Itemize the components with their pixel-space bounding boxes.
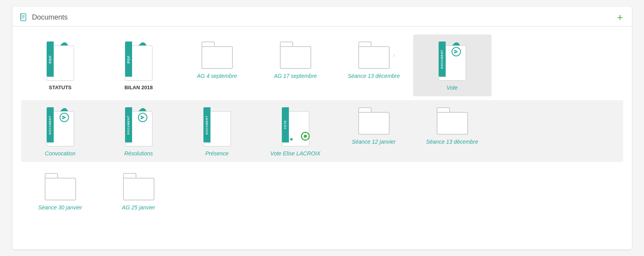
- document-item-bilan[interactable]: PDF ☁ BILAN 2018: [100, 34, 178, 96]
- chevron-right-icon: ›: [393, 52, 395, 58]
- sound-icon: ◂: [289, 135, 292, 142]
- document-icon-presence: DOCUMENT: [201, 107, 233, 146]
- doc-spine-text: DOCUMENT: [205, 115, 208, 134]
- doc-spine-text: DOCUMENT: [127, 115, 130, 134]
- svg-point-6: [304, 135, 307, 138]
- panel-header: Documents +: [13, 7, 632, 27]
- cloud-icon: ☁: [138, 103, 147, 114]
- folder-body: [437, 112, 468, 135]
- vote-icon-elise: VOTE ◂: [280, 107, 311, 146]
- document-item-ag17sept[interactable]: AG 17 septembre: [256, 34, 335, 96]
- cloud-icon: ☁: [452, 38, 460, 48]
- document-item-seance13dec1[interactable]: › Séance 13 décembre: [335, 34, 413, 96]
- cloud-icon: ☁: [60, 38, 68, 48]
- folder-body: [280, 46, 311, 69]
- document-item-statuts[interactable]: PDF ☁ STATUTS: [21, 34, 100, 96]
- doc-spine: DOCUMENT: [439, 41, 446, 77]
- document-label-statuts: STATUTS: [49, 85, 71, 90]
- cloud-icon: ☁: [60, 103, 68, 114]
- document-label-resolutions: Résolutions: [124, 150, 153, 157]
- document-icon-vote: DOCUMENT ☁: [437, 41, 468, 81]
- document-label-vote-elise: Vote Elise LACROIX: [270, 150, 321, 157]
- doc-spine: DOCUMENT: [125, 107, 132, 142]
- document-label-bilan: BILAN 2018: [124, 85, 152, 90]
- doc-spine-text: DOCUMENT: [441, 50, 443, 69]
- folder-icon-ag4sept: [201, 41, 233, 69]
- vote-spine-text: VOTE: [284, 120, 287, 129]
- pdf-icon-bilan: PDF ☁: [123, 41, 154, 81]
- gear-icon: [299, 130, 311, 145]
- document-item-convocation[interactable]: DOCUMENT ☁ Convocation: [21, 100, 100, 162]
- document-label-ag25jan: AG 25 janvier: [122, 204, 155, 211]
- documents-grid: PDF ☁ STATUTS PDF ☁ BILAN 2018: [13, 27, 632, 220]
- document-label-vote: Vote: [446, 85, 457, 91]
- folder-icon-seance13dec2: [437, 107, 468, 135]
- document-label-seance12jan: Séance 12 janvier: [352, 139, 395, 145]
- folder-body: [45, 178, 76, 200]
- document-label-seance13dec2: Séance 13 décembre: [426, 139, 478, 145]
- doc-spine: DOCUMENT: [47, 107, 54, 142]
- document-item-seance12jan[interactable]: Séance 12 janvier: [335, 100, 413, 162]
- add-document-button[interactable]: +: [617, 12, 623, 22]
- document-row-1: PDF ☁ STATUTS PDF ☁ BILAN 2018: [21, 34, 623, 96]
- pdf-icon-statuts: PDF ☁: [45, 41, 76, 81]
- document-item-vote-elise[interactable]: VOTE ◂: [256, 100, 335, 162]
- pdf-tab-text: PDF: [48, 55, 52, 63]
- panel-title: Documents: [32, 13, 68, 22]
- document-label-ag17sept: AG 17 septembre: [274, 73, 317, 79]
- document-label-ag4sept: AG 4 septembre: [197, 73, 237, 79]
- document-item-vote[interactable]: DOCUMENT ☁ Vote: [413, 34, 492, 96]
- paper-plane-icon: [138, 113, 147, 122]
- folder-body: [123, 178, 154, 200]
- doc-spine-text: DOCUMENT: [49, 115, 51, 134]
- document-row-2: DOCUMENT ☁ Convocation DOCUMENT: [21, 100, 623, 162]
- pdf-tab: PDF: [47, 41, 54, 77]
- document-label-seance30jan: Séance 30 janvier: [38, 204, 82, 211]
- document-label-convocation: Convocation: [45, 150, 76, 157]
- document-item-seance30jan[interactable]: Séance 30 janvier: [21, 166, 100, 216]
- document-item-presence[interactable]: DOCUMENT Présence: [178, 100, 256, 162]
- folder-icon-seance13dec1: ›: [358, 41, 390, 69]
- folder-icon-seance30jan: [45, 173, 76, 200]
- paper-plane-icon: [60, 113, 69, 122]
- document-label-presence: Présence: [205, 150, 229, 157]
- documents-header-icon: [20, 13, 28, 22]
- document-label-seance13dec1: Séance 13 décembre: [348, 73, 400, 79]
- folder-body: [358, 112, 390, 135]
- folder-icon-ag17sept: [280, 41, 311, 69]
- folder-body: [358, 46, 390, 69]
- document-item-ag25jan[interactable]: AG 25 janvier: [100, 166, 178, 216]
- documents-panel: Documents + PDF ☁ STATUTS: [13, 7, 632, 249]
- vote-spine: VOTE: [282, 107, 289, 142]
- svg-rect-0: [21, 14, 26, 21]
- svg-rect-4: [20, 13, 21, 20]
- document-item-ag4sept[interactable]: AG 4 septembre: [178, 34, 256, 96]
- folder-icon-seance12jan: [358, 107, 390, 135]
- cloud-icon: ☁: [138, 38, 147, 48]
- document-icon-convocation: DOCUMENT ☁: [45, 107, 76, 146]
- panel-title-row: Documents: [20, 13, 68, 22]
- folder-icon-ag25jan: [123, 173, 154, 200]
- pdf-tab-text: PDF: [127, 55, 131, 63]
- document-item-seance13dec2[interactable]: Séance 13 décembre: [413, 100, 492, 162]
- document-item-resolutions[interactable]: DOCUMENT ☁ Résolutions: [100, 100, 178, 162]
- pdf-tab: PDF: [125, 41, 132, 77]
- doc-spine: DOCUMENT: [203, 107, 210, 142]
- document-icon-resolutions: DOCUMENT ☁: [123, 107, 154, 146]
- folder-body: [201, 46, 233, 69]
- paper-plane-icon: [452, 47, 461, 56]
- document-row-3: Séance 30 janvier AG 25 janvier: [21, 166, 623, 216]
